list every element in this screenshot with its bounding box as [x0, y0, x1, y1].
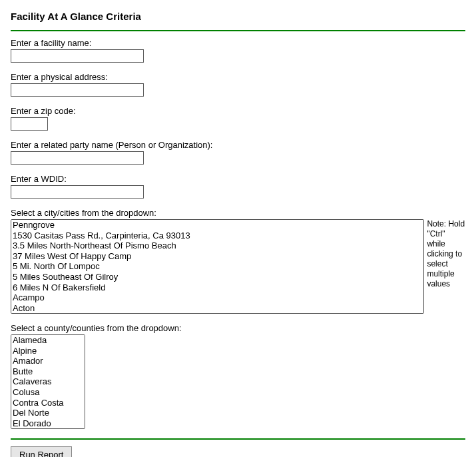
- wdid-group: Enter a WDID:: [11, 174, 465, 199]
- county-label: Select a county/counties from the dropdo…: [11, 323, 465, 333]
- county-option[interactable]: Alameda: [11, 335, 85, 346]
- county-option[interactable]: Amador: [11, 356, 85, 366]
- zip-code-group: Enter a zip code:: [11, 106, 465, 131]
- county-option[interactable]: Contra Costa: [11, 398, 85, 408]
- city-option[interactable]: 5 Mi. North Of Lompoc: [11, 261, 423, 272]
- city-group: Select a city/cities from the dropdown: …: [11, 208, 465, 314]
- county-select[interactable]: AlamedaAlpineAmadorButteCalaverasColusaC…: [11, 334, 85, 429]
- city-option[interactable]: 6 Miles N Of Bakersfield: [11, 282, 423, 293]
- page-title: Facility At A Glance Criteria: [11, 11, 465, 22]
- divider-bottom: [11, 438, 465, 440]
- related-party-label: Enter a related party name (Person or Or…: [11, 140, 465, 150]
- related-party-input[interactable]: [11, 151, 144, 165]
- physical-address-input[interactable]: [11, 83, 144, 97]
- city-option[interactable]: Acton: [11, 303, 423, 314]
- wdid-input[interactable]: [11, 185, 144, 199]
- facility-name-group: Enter a facility name:: [11, 38, 465, 63]
- county-option[interactable]: Fresno: [11, 428, 85, 429]
- city-label: Select a city/cities from the dropdown:: [11, 208, 465, 218]
- facility-name-input[interactable]: [11, 49, 144, 63]
- city-option[interactable]: 1530 Casitas Pass Rd., Carpinteria, Ca 9…: [11, 230, 423, 241]
- city-option[interactable]: Penngrove: [11, 220, 423, 230]
- zip-code-label: Enter a zip code:: [11, 106, 465, 116]
- physical-address-group: Enter a physical address:: [11, 72, 465, 97]
- run-report-button[interactable]: Run Report: [11, 446, 72, 457]
- county-option[interactable]: Calaveras: [11, 376, 85, 387]
- county-option[interactable]: Colusa: [11, 387, 85, 398]
- facility-name-label: Enter a facility name:: [11, 38, 465, 48]
- city-option[interactable]: Adelaida: [11, 313, 423, 314]
- wdid-label: Enter a WDID:: [11, 174, 465, 184]
- county-option[interactable]: Del Norte: [11, 408, 85, 418]
- county-option[interactable]: Alpine: [11, 346, 85, 356]
- city-option[interactable]: 37 Miles West Of Happy Camp: [11, 251, 423, 262]
- county-option[interactable]: El Dorado: [11, 418, 85, 429]
- zip-code-input[interactable]: [11, 117, 48, 131]
- physical-address-label: Enter a physical address:: [11, 72, 465, 82]
- city-option[interactable]: 3.5 Miles North-Northeast Of Pismo Beach: [11, 240, 423, 251]
- divider-top: [11, 30, 465, 31]
- county-group: Select a county/counties from the dropdo…: [11, 323, 465, 429]
- city-select[interactable]: Penngrove1530 Casitas Pass Rd., Carpinte…: [11, 219, 424, 314]
- city-option[interactable]: 5 Miles Southeast Of Gilroy: [11, 272, 423, 282]
- related-party-group: Enter a related party name (Person or Or…: [11, 140, 465, 165]
- city-option[interactable]: Acampo: [11, 292, 423, 303]
- city-note: Note: Hold "Ctrl" while clicking to sele…: [427, 219, 465, 289]
- county-option[interactable]: Butte: [11, 366, 85, 377]
